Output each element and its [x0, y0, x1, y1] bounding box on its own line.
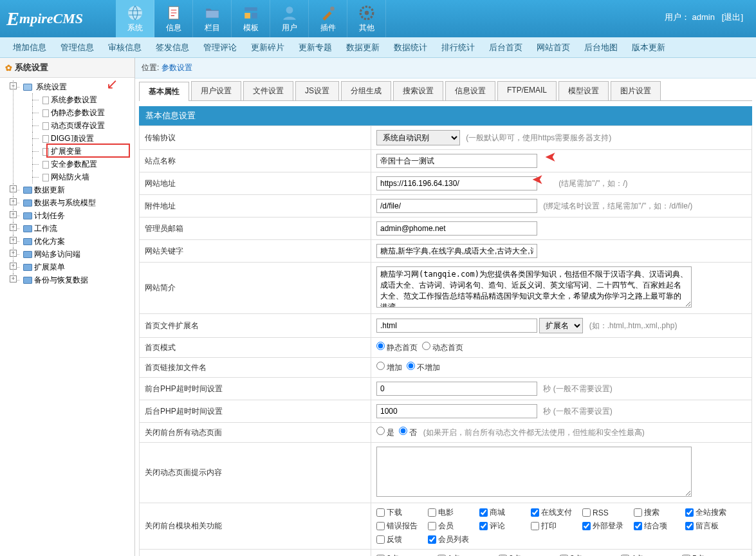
- indexext-input[interactable]: [376, 319, 537, 333]
- sub-5[interactable]: 更新碎片: [251, 42, 284, 53]
- sub-7[interactable]: 数据更新: [346, 42, 380, 53]
- closemod-checkbox[interactable]: 留言板: [685, 521, 737, 532]
- closemod-checkbox[interactable]: 反馈: [376, 534, 428, 545]
- tab-basic[interactable]: 基本属性: [139, 82, 189, 101]
- sub-12[interactable]: 后台地图: [584, 42, 618, 53]
- closemod-checkbox[interactable]: 会员: [428, 521, 479, 532]
- adminemail-input[interactable]: [376, 221, 537, 236]
- sub-4[interactable]: 管理评论: [203, 42, 237, 53]
- expand-icon[interactable]: +: [10, 211, 17, 218]
- expand-icon[interactable]: +: [10, 250, 17, 257]
- closetip-textarea[interactable]: [376, 447, 692, 497]
- tab-file[interactable]: 文件设置: [243, 81, 293, 100]
- tree-item[interactable]: +优化方案: [13, 235, 132, 248]
- keywords-input[interactable]: [376, 244, 537, 258]
- closemod-checkbox[interactable]: 全站搜索: [685, 507, 737, 518]
- closemod-checkbox[interactable]: 商城: [479, 507, 531, 518]
- expand-icon[interactable]: +: [10, 224, 17, 231]
- topnav-column[interactable]: 栏目: [193, 0, 232, 37]
- timepoint-checkbox[interactable]: 2点: [499, 553, 560, 556]
- timepoint-checkbox[interactable]: 5点: [682, 553, 743, 556]
- backtimeout-input[interactable]: [376, 404, 537, 418]
- tree-item[interactable]: +备份与恢复数据: [13, 273, 132, 286]
- closemod-checkbox[interactable]: 外部登录: [582, 521, 634, 532]
- tree-item-extend-var[interactable]: 扩展变量: [32, 145, 132, 158]
- tree-item[interactable]: +扩展菜单: [13, 261, 132, 273]
- tab-group[interactable]: 分组生成: [341, 81, 391, 100]
- sub-6[interactable]: 更新专题: [299, 42, 332, 53]
- addindex-no[interactable]: 不增加: [407, 363, 440, 372]
- closemod-checkbox[interactable]: 会员列表: [428, 534, 479, 545]
- collapse-icon[interactable]: −: [10, 82, 17, 89]
- topnav-template[interactable]: 模板: [232, 0, 270, 37]
- user-name-link[interactable]: admin: [692, 12, 715, 22]
- timepoint-checkbox[interactable]: 0点: [376, 553, 438, 556]
- breadcrumb-link[interactable]: 参数设置: [161, 63, 192, 72]
- sub-3[interactable]: 签发信息: [156, 42, 189, 53]
- timepoint-checkbox[interactable]: 3点: [560, 553, 621, 556]
- tree-item[interactable]: 伪静态参数设置: [32, 106, 132, 119]
- tab-model[interactable]: 模型设置: [558, 81, 609, 100]
- sub-10[interactable]: 后台首页: [489, 42, 522, 53]
- timepoint-checkbox[interactable]: 4点: [621, 553, 682, 556]
- expand-icon[interactable]: +: [10, 237, 17, 244]
- tree-item[interactable]: +工作流: [13, 222, 132, 235]
- timepoint-checkbox[interactable]: 1点: [438, 553, 499, 556]
- tree-item[interactable]: +网站多访问端: [13, 248, 132, 261]
- topnav-system[interactable]: 系统: [116, 0, 154, 37]
- indexext-select[interactable]: 扩展名: [539, 318, 583, 333]
- tab-pic[interactable]: 图片设置: [611, 81, 661, 100]
- expand-icon[interactable]: +: [10, 263, 17, 270]
- protocol-select[interactable]: 系统自动识别: [376, 130, 460, 145]
- indexmode-dynamic[interactable]: 动态首页: [422, 343, 463, 352]
- folder-icon: [23, 199, 32, 207]
- closemod-checkbox[interactable]: 搜索: [634, 507, 685, 518]
- tab-js[interactable]: JS设置: [295, 81, 339, 100]
- closemod-checkbox[interactable]: 错误报告: [376, 521, 428, 532]
- attachurl-input[interactable]: [376, 199, 537, 213]
- tree-item[interactable]: DIGG顶设置: [32, 132, 132, 145]
- topnav-plugin[interactable]: 插件: [309, 0, 347, 37]
- closefront-no[interactable]: 否: [399, 428, 417, 437]
- sub-8[interactable]: 数据统计: [394, 42, 427, 53]
- indexmode-static[interactable]: 静态首页: [376, 343, 418, 352]
- closemod-checkbox[interactable]: 评论: [479, 521, 531, 532]
- expand-icon[interactable]: +: [10, 198, 17, 205]
- tab-search[interactable]: 搜索设置: [393, 81, 443, 100]
- tab-user[interactable]: 用户设置: [191, 81, 241, 100]
- sub-1[interactable]: 管理信息: [60, 42, 94, 53]
- closefront-yes[interactable]: 是: [376, 428, 394, 437]
- tree-item[interactable]: 安全参数配置: [32, 158, 132, 171]
- tab-ftp[interactable]: FTP/EMAIL: [497, 81, 557, 100]
- topnav-other[interactable]: 其他: [347, 0, 386, 37]
- topnav-info[interactable]: 信息: [154, 0, 193, 37]
- closemod-checkbox[interactable]: 打印: [531, 521, 582, 532]
- tree-item[interactable]: 动态页缓存设置: [32, 119, 132, 132]
- closemod-checkbox[interactable]: 下载: [376, 507, 428, 518]
- expand-icon[interactable]: +: [10, 185, 17, 192]
- closemod-checkbox[interactable]: RSS: [582, 507, 634, 518]
- sub-0[interactable]: 增加信息: [13, 42, 46, 53]
- sub-9[interactable]: 排行统计: [441, 42, 475, 53]
- tree-system-settings[interactable]: − 系统设置 ↙ 系统参数设置 伪静态参数设置 动态页缓存设置 DIGG顶设置 …: [13, 80, 132, 183]
- expand-icon[interactable]: +: [10, 275, 17, 283]
- closemod-checkbox[interactable]: 电影: [428, 507, 479, 518]
- description-textarea[interactable]: 糖茄学习网(tangqie.com)为您提供各类国学知识，包括但不限于汉语字典、…: [376, 266, 692, 308]
- sub-13[interactable]: 版本更新: [632, 42, 665, 53]
- tree-item[interactable]: 网站防火墙: [32, 171, 132, 183]
- tab-info[interactable]: 信息设置: [445, 81, 495, 100]
- fronttimeout-input[interactable]: [376, 382, 537, 396]
- logout-link[interactable]: 退出: [724, 12, 741, 22]
- addindex-yes[interactable]: 增加: [376, 363, 402, 372]
- closemod-checkbox[interactable]: 在线支付: [531, 507, 582, 518]
- topnav-user[interactable]: 用户: [270, 0, 309, 37]
- closemod-checkbox[interactable]: 结合项: [634, 521, 685, 532]
- siteurl-input[interactable]: [376, 176, 537, 190]
- sitename-input[interactable]: [376, 154, 537, 168]
- tree-item[interactable]: +计划任务: [13, 209, 132, 222]
- sub-2[interactable]: 审核信息: [108, 42, 142, 53]
- tree-item[interactable]: 系统参数设置: [32, 93, 132, 106]
- tree-item[interactable]: +数据更新: [13, 183, 132, 196]
- sub-11[interactable]: 网站首页: [537, 42, 570, 53]
- tree-item[interactable]: +数据表与系统模型: [13, 196, 132, 209]
